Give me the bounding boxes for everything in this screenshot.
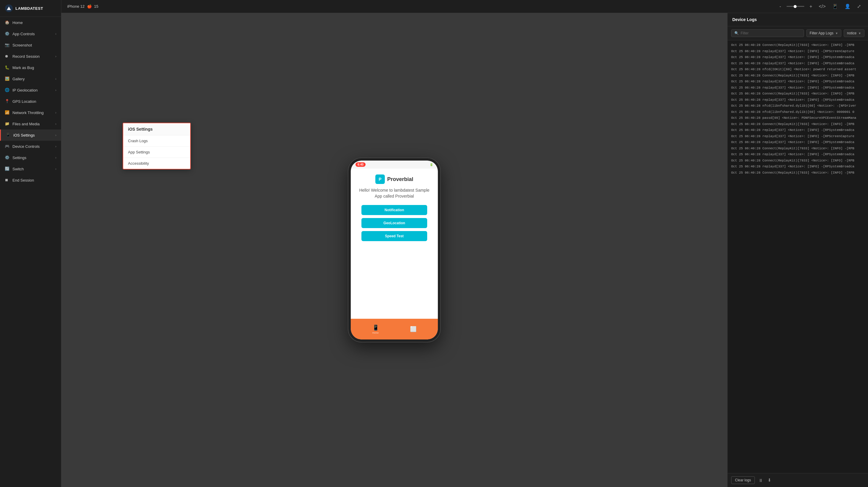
app-buttons: Notification GeoLocation Speed Test bbox=[355, 205, 433, 241]
sidebar-label-ios-settings: iOS Settings bbox=[13, 133, 35, 138]
logs-filters: 🔍 Filter App Logs ▼ notice ▼ bbox=[727, 26, 868, 40]
phone-viewport: 6:40 🔋 P Proverbial Hello! Welcome to la… bbox=[61, 13, 727, 487]
log-line: Oct 25 06:40:28 replayd[337] <Notice>: [… bbox=[727, 79, 868, 85]
filter-level-dropdown[interactable]: notice ▼ bbox=[844, 29, 864, 37]
sidebar-label-mark-as-bug: Mark as Bug bbox=[12, 65, 34, 70]
logs-footer: Clear logs ⏸ ⬇ bbox=[727, 473, 868, 487]
header: iPhone 12 🍎 15 - + </> 📱 👤 ⤢ bbox=[61, 0, 868, 13]
logs-content: Oct 25 06:40:28 Connect(ReplayKit)[7833]… bbox=[727, 40, 868, 473]
profile-button[interactable]: 👤 bbox=[843, 3, 852, 10]
sidebar-label-home: Home bbox=[12, 21, 23, 25]
log-line: Oct 25 06:40:28 nfcd(libnfshared.dylib)[… bbox=[727, 103, 868, 109]
phone-home-icon[interactable]: 📱 Home bbox=[372, 324, 379, 334]
phone-frame: 6:40 🔋 P Proverbial Hello! Welcome to la… bbox=[348, 158, 440, 342]
sidebar-item-left: 🖼️ Gallery bbox=[5, 77, 25, 81]
download-icon[interactable]: ⬇ bbox=[766, 476, 773, 484]
filter-level-label: notice bbox=[847, 31, 857, 35]
zoom-plus-button[interactable]: + bbox=[808, 3, 813, 10]
sidebar-item-settings[interactable]: ⚙️ Settings › bbox=[0, 152, 61, 163]
zoom-minus-button[interactable]: - bbox=[778, 3, 782, 10]
clear-logs-button[interactable]: Clear logs bbox=[731, 476, 755, 484]
sidebar-item-left: ⏹ End Session bbox=[5, 178, 34, 182]
sidebar-icon-network-throttling: 📶 bbox=[5, 110, 9, 115]
sidebar-label-gps-location: GPS Location bbox=[12, 99, 36, 104]
sidebar-item-gallery[interactable]: 🖼️ Gallery › bbox=[0, 73, 61, 85]
sidebar-item-home[interactable]: 🏠 Home bbox=[0, 17, 61, 28]
sidebar-item-left: ⚙️ Settings bbox=[5, 155, 26, 160]
logo: LAMBDATEST bbox=[0, 0, 61, 17]
filter-app-logs-dropdown[interactable]: Filter App Logs ▼ bbox=[806, 29, 841, 37]
sidebar-item-left: ⚙️ App Controls bbox=[5, 31, 35, 36]
chevron-down-icon-2: ▼ bbox=[858, 32, 861, 35]
sidebar-item-left: 🌐 IP Geolocation bbox=[5, 88, 38, 92]
log-line: Oct 25 06:40:28 replayd[337] <Notice>: [… bbox=[727, 85, 868, 91]
chevron-icon-ip-geolocation: › bbox=[55, 89, 56, 92]
logs-panel: Device Logs 🔍 Filter App Logs ▼ notice ▼… bbox=[727, 13, 868, 487]
sidebar-item-ios-settings[interactable]: 📱 iOS Settings › bbox=[0, 129, 61, 141]
sidebar-item-left: 📶 Network Throttling bbox=[5, 110, 43, 115]
dropdown-item-accessibility[interactable]: Accessibility bbox=[123, 158, 190, 169]
chevron-icon-device-controls: › bbox=[55, 145, 56, 148]
sidebar-item-device-controls[interactable]: 🎮 Device Controls › bbox=[0, 141, 61, 152]
sidebar-item-network-throttling[interactable]: 📶 Network Throttling › bbox=[0, 107, 61, 118]
app-welcome-text: Hello! Welcome to lambdatest Sample App … bbox=[355, 187, 433, 199]
geolocation-button[interactable]: GeoLocation bbox=[362, 218, 427, 228]
sidebar-item-ip-geolocation[interactable]: 🌐 IP Geolocation › bbox=[0, 85, 61, 96]
phone-home-label: Home bbox=[372, 332, 379, 334]
code-button[interactable]: </> bbox=[818, 3, 827, 10]
sidebar-icon-end-session: ⏹ bbox=[5, 178, 9, 182]
dropdown-item-app-settings[interactable]: App Settings bbox=[123, 147, 190, 158]
sidebar-item-left: 📷 Screenshot bbox=[5, 43, 32, 48]
sidebar-item-end-session[interactable]: ⏹ End Session bbox=[0, 175, 61, 186]
sidebar-label-end-session: End Session bbox=[12, 178, 34, 182]
main-area: iPhone 12 🍎 15 - + </> 📱 👤 ⤢ 6:40 🔋 bbox=[61, 0, 868, 487]
sidebar-item-files-and-media[interactable]: 📁 Files and Media › bbox=[0, 118, 61, 129]
phone-other-icon[interactable]: ⬜ bbox=[410, 326, 416, 332]
filter-search-box[interactable]: 🔍 bbox=[731, 29, 804, 37]
sidebar-item-gps-location[interactable]: 📍 GPS Location bbox=[0, 96, 61, 107]
app-btn-row-2: GeoLocation bbox=[362, 218, 427, 228]
expand-button[interactable]: ⤢ bbox=[856, 3, 862, 10]
log-line: Oct 25 06:40:28 Connect(ReplayKit)[7833]… bbox=[727, 42, 868, 48]
chevron-icon-app-controls: › bbox=[55, 32, 56, 35]
sidebar-item-switch[interactable]: 🔄 Switch › bbox=[0, 163, 61, 175]
chevron-icon-record-session: › bbox=[55, 55, 56, 58]
log-line: Oct 25 06:40:28 Connect(ReplayKit)[7833]… bbox=[727, 72, 868, 79]
sidebar-label-settings: Settings bbox=[12, 155, 26, 160]
sidebar-item-mark-as-bug[interactable]: 🐛 Mark as Bug bbox=[0, 62, 61, 73]
sidebar-label-gallery: Gallery bbox=[12, 77, 25, 81]
sidebar-label-record-session: Record Session bbox=[12, 54, 40, 59]
sidebar-item-left: 📱 iOS Settings bbox=[6, 133, 35, 138]
log-line: Oct 25 06:40:28 replayd[337] <Notice>: [… bbox=[727, 163, 868, 170]
device-info: iPhone 12 🍎 15 bbox=[67, 4, 98, 8]
chevron-icon-settings: › bbox=[55, 156, 56, 159]
ios-settings-dropdown: iOS Settings Crash LogsApp SettingsAcces… bbox=[123, 123, 191, 170]
sidebar-item-screenshot[interactable]: 📷 Screenshot bbox=[0, 39, 61, 51]
log-line: Oct 25 06:40:28 nfcd(IOKit)[60] <Notice>… bbox=[727, 66, 868, 72]
dropdown-item-crash-logs[interactable]: Crash Logs bbox=[123, 135, 190, 147]
sidebar-item-record-session[interactable]: ⏺ Record Session › bbox=[0, 51, 61, 62]
log-line: Oct 25 06:40:28 nfcd(libnfshared.dylib)[… bbox=[727, 109, 868, 115]
filter-input[interactable] bbox=[741, 31, 801, 35]
app-logo-row: P Proverbial bbox=[375, 175, 413, 184]
zoom-slider[interactable] bbox=[786, 6, 804, 7]
sidebar-item-app-controls[interactable]: ⚙️ App Controls › bbox=[0, 28, 61, 39]
log-line: Oct 25 06:40:28 Connect(ReplayKit)[7833]… bbox=[727, 91, 868, 97]
logo-text: LAMBDATEST bbox=[16, 6, 43, 11]
log-line: Oct 25 06:40:28 replayd[337] <Notice>: [… bbox=[727, 54, 868, 60]
sidebar-icon-record-session: ⏺ bbox=[5, 54, 9, 59]
sidebar-label-screenshot: Screenshot bbox=[12, 43, 32, 48]
log-line: Oct 25 06:40:28 replayd[337] <Notice>: [… bbox=[727, 139, 868, 146]
sidebar-icon-device-controls: 🎮 bbox=[5, 144, 9, 149]
pause-icon[interactable]: ⏸ bbox=[757, 477, 764, 484]
log-line: Oct 25 06:40:28 replayd[337] <Notice>: [… bbox=[727, 97, 868, 103]
body: 6:40 🔋 P Proverbial Hello! Welcome to la… bbox=[61, 13, 868, 487]
app-btn-row-1: Notification bbox=[362, 205, 427, 215]
device-button[interactable]: 📱 bbox=[831, 3, 839, 10]
speed-test-button[interactable]: Speed Test bbox=[362, 231, 427, 241]
sidebar-item-left: 🏠 Home bbox=[5, 20, 23, 25]
sidebar-icon-screenshot: 📷 bbox=[5, 43, 9, 48]
dropdown-title: iOS Settings bbox=[123, 123, 190, 135]
notification-button[interactable]: Notification bbox=[362, 205, 427, 215]
sidebar-nav: 🏠 Home ⚙️ App Controls › 📷 Screenshot ⏺ … bbox=[0, 17, 61, 186]
